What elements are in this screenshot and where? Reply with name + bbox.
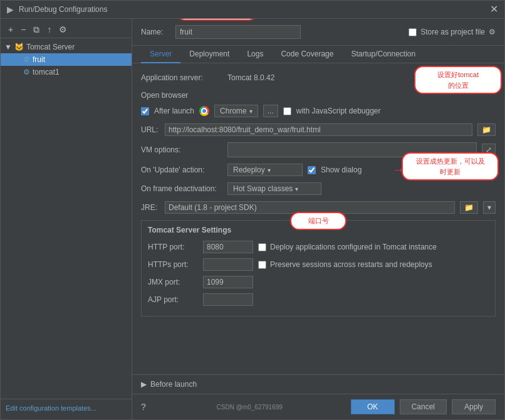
edit-templates-link[interactable]: Edit configuration templates... (1, 399, 132, 417)
tab-code-coverage[interactable]: Code Coverage (272, 46, 342, 63)
http-port-input[interactable] (203, 241, 253, 253)
js-debugger-checkbox[interactable] (283, 107, 291, 115)
http-port-label: HTTP port: (148, 243, 198, 251)
jre-row: JRE: Default (1.8 - project SDK) 📁 ▾ (141, 201, 496, 214)
jre-expand-button[interactable]: ▾ (483, 201, 496, 214)
show-dialog-checkbox[interactable] (308, 166, 316, 174)
tomcat1-label: tomcat1 (33, 68, 60, 76)
jmx-port-input[interactable] (203, 276, 253, 288)
preserve-sessions-checkbox[interactable] (258, 261, 266, 269)
deploy-apps-label: Deploy applications configured in Tomcat… (270, 243, 437, 251)
url-label: URL: (141, 125, 160, 134)
callout3-line1: 设置成热更新，可以及 (416, 157, 485, 165)
help-button[interactable]: ? (141, 402, 146, 412)
preserve-sessions-row: Preserve sessions across restarts and re… (258, 260, 489, 269)
https-port-input[interactable] (203, 258, 253, 271)
vm-options-row: VM options: ⤢ (141, 142, 496, 157)
ajp-port-label: AJP port: (148, 295, 198, 304)
tab-server[interactable]: Server (141, 46, 180, 63)
deploy-apps-row: Deploy applications configured in Tomcat… (258, 243, 489, 251)
sidebar-item-tomcat1[interactable]: ⚙ tomcat1 (1, 66, 132, 78)
settings-button[interactable]: ⚙ (56, 24, 70, 35)
preserve-sessions-label: Preserve sessions across restarts and re… (270, 260, 432, 269)
sidebar-item-fruit[interactable]: ⚙ fruit (1, 53, 132, 66)
cancel-button[interactable]: Cancel (400, 399, 447, 414)
open-browser-title: Open browser (141, 91, 496, 100)
vm-options-label: VM options: (141, 145, 222, 154)
after-launch-label: After launch (154, 107, 194, 115)
url-browse-button[interactable]: 📁 (477, 123, 496, 136)
apply-button[interactable]: Apply (452, 399, 496, 414)
main-content: + − ⧉ ↑ ⚙ ▼ 🐱 Tomcat Server ⚙ fruit (1, 19, 504, 419)
close-button[interactable]: ✕ (490, 4, 498, 14)
dropdown-arrow-icon: ▾ (249, 108, 252, 115)
on-deactivate-label: On frame deactivation: (141, 184, 222, 193)
dialog-title: Run/Debug Configurations (19, 5, 107, 14)
store-project-label: Store as project file (420, 28, 485, 36)
on-update-dropdown[interactable]: Redeploy ▾ (227, 164, 303, 176)
tomcat-settings-section: Tomcat Server Settings 端口号 HTTP port: De… (141, 220, 496, 317)
on-deactivate-arrow-icon: ▾ (295, 186, 298, 192)
jre-browse-button[interactable]: 📁 (460, 201, 478, 214)
ajp-port-row: AJP port: (148, 293, 489, 306)
tab-deployment[interactable]: Deployment (180, 46, 238, 63)
watermark-label: CSDN @m0_62791699 (217, 404, 283, 411)
ajp-port-input[interactable] (203, 293, 253, 306)
ok-button[interactable]: OK (351, 399, 395, 414)
jre-label: JRE: (141, 203, 160, 212)
vm-options-input[interactable] (227, 142, 477, 157)
sidebar-tree: ▼ 🐱 Tomcat Server ⚙ fruit ⚙ tomcat1 (1, 38, 132, 399)
jmx-port-label: JMX port: (148, 278, 198, 286)
right-arrow-icon: → (392, 162, 405, 177)
callout3-line2: 时更新 (440, 168, 461, 176)
name-bar: Name: Store as project file ⚙ 这里可以更改成 好记… (132, 19, 504, 46)
on-update-value: Redeploy (233, 165, 265, 174)
on-deactivate-value: Hot Swap classes (233, 184, 293, 193)
chevron-right-icon: ▶ (141, 380, 147, 389)
tomcat-server-group-header[interactable]: ▼ 🐱 Tomcat Server (1, 41, 132, 53)
remove-config-button[interactable]: − (18, 24, 28, 35)
title-bar-left: ▶ Run/Debug Configurations (7, 4, 107, 14)
deploy-apps-checkbox[interactable] (258, 243, 266, 251)
form-content: Application server: Tomcat 8.0.42 Config… (132, 63, 504, 374)
move-up-button[interactable]: ↑ (44, 24, 54, 35)
url-input[interactable] (165, 123, 472, 136)
browser-row: After launch Chrome ▾ ... with JavaScrip… (141, 105, 496, 117)
config-icon2: ⚙ (23, 68, 30, 76)
tab-logs[interactable]: Logs (238, 46, 272, 63)
show-dialog-label: Show dialog (321, 165, 362, 174)
tabs-bar: Server Deployment Logs Code Coverage Sta… (132, 46, 504, 63)
browser-value: Chrome (220, 107, 247, 115)
jmx-port-row: JMX port: (148, 276, 489, 288)
config-icon: ⚙ (23, 55, 30, 64)
store-project-container: Store as project file ⚙ (409, 28, 496, 36)
tab-startup-connection[interactable]: Startup/Connection (342, 46, 424, 63)
jre-dropdown[interactable]: Default (1.8 - project SDK) (165, 201, 455, 214)
on-deactivate-dropdown[interactable]: Hot Swap classes ▾ (227, 182, 321, 195)
callout-name: 这里可以更改成 好记忆的名字 (176, 19, 258, 21)
browse-button[interactable]: ... (263, 105, 278, 117)
on-update-arrow-icon: ▾ (268, 167, 271, 174)
https-port-label: HTTPs port: (148, 260, 198, 269)
configure-button[interactable]: Configure... (443, 71, 496, 85)
tomcat-settings-title: Tomcat Server Settings (148, 226, 489, 234)
js-debugger-label: with JavaScript debugger (296, 107, 381, 115)
store-settings-icon: ⚙ (489, 28, 496, 36)
app-server-label: Application server: (141, 73, 222, 82)
sidebar: + − ⧉ ↑ ⚙ ▼ 🐱 Tomcat Server ⚙ fruit (1, 19, 132, 419)
copy-config-button[interactable]: ⧉ (31, 24, 42, 35)
chevron-down-icon: ▼ (4, 43, 12, 51)
jre-value: Default (1.8 - project SDK) (169, 203, 257, 212)
app-server-row: Application server: Tomcat 8.0.42 Config… (141, 71, 496, 85)
after-launch-checkbox[interactable] (141, 107, 149, 115)
before-launch-section[interactable]: ▶ Before launch (132, 374, 504, 394)
app-server-value: Tomcat 8.0.42 (227, 73, 274, 82)
browser-dropdown[interactable]: Chrome ▾ (214, 105, 258, 117)
name-label: Name: (141, 28, 169, 36)
vm-expand-button[interactable]: ⤢ (482, 144, 496, 156)
add-config-button[interactable]: + (6, 24, 16, 35)
store-project-checkbox[interactable] (409, 28, 417, 36)
tomcat-server-group: ▼ 🐱 Tomcat Server ⚙ fruit ⚙ tomcat1 (1, 41, 132, 78)
https-port-row: HTTPs port: Preserve sessions across res… (148, 258, 489, 271)
name-input[interactable] (175, 25, 301, 39)
